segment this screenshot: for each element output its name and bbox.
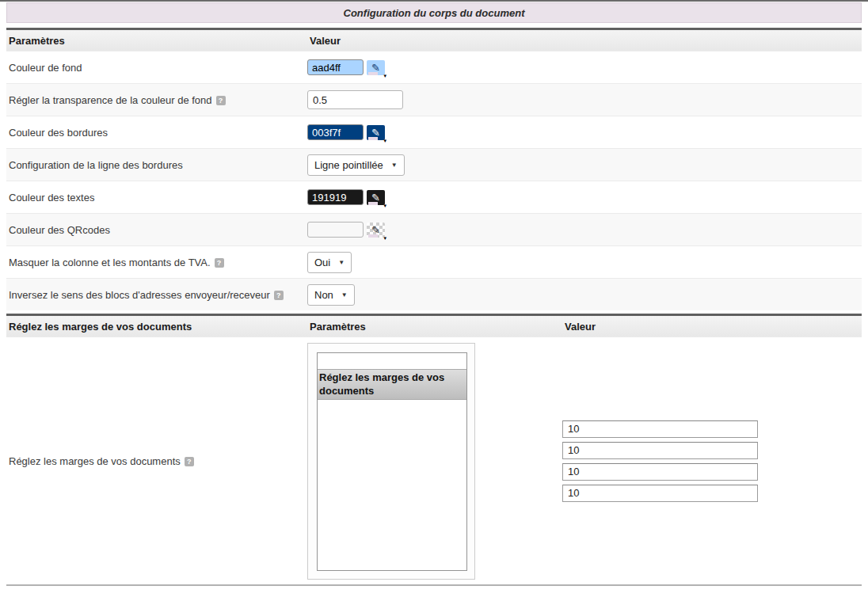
color-picker-button[interactable]: ✎ ▾ [367,223,385,238]
margin-left-input[interactable] [562,485,758,502]
margin-inputs-group [562,420,758,502]
color-swatch-strip [368,137,378,140]
couleur-bordures-input[interactable] [307,124,364,140]
help-icon[interactable]: ? [216,96,226,105]
help-icon[interactable]: ? [185,457,194,466]
caret-down-icon: ▾ [383,235,386,241]
table2-header: Réglez les marges de vos documents Param… [6,314,862,337]
row-label: Masquer la colonne et les montants de TV… [9,257,211,268]
couleur-de-fond-input[interactable] [307,59,364,75]
bottom-divider [6,584,862,586]
marges-listbox[interactable]: Réglez les marges de vos documents [317,352,467,571]
row-label: Réglez les marges de vos documents [9,455,181,467]
row-label: Régler la transparence de la couleur de … [9,94,212,106]
row-label: Couleur des bordures [6,127,307,139]
color-swatch-strip [368,202,378,205]
row-label: Configuration de la ligne des bordures [6,159,307,171]
help-icon[interactable]: ? [215,258,224,268]
row-label: Couleur des textes [6,192,307,204]
select-value: Ligne pointillée [314,159,383,171]
select-value: Oui [314,257,330,268]
row-inversez-adresses: Inversez le sens des blocs d'adresses en… [6,278,862,310]
ligne-bordures-select[interactable]: Ligne pointillée ▼ [307,154,405,176]
color-swatch-strip [368,72,378,75]
row-couleur-textes: Couleur des textes ✎ ▾ [6,181,862,213]
select-value: Non [314,289,333,301]
margin-right-input[interactable] [562,442,758,459]
couleur-textes-input[interactable] [307,189,364,205]
row-label: Couleur des QRcodes [6,224,307,236]
inversez-adresses-select[interactable]: Non ▼ [307,284,355,306]
page-title: Configuration du corps du document [6,2,862,23]
caret-down-icon: ▾ [383,138,386,143]
color-swatch-strip [368,234,378,238]
margin-top-input[interactable] [562,420,758,438]
row-marges-documents: Réglez les marges de vos documents? Régl… [6,337,862,584]
color-picker-button[interactable]: ✎ ▾ [367,60,385,75]
row-masquer-tva: Masquer la colonne et les montants de TV… [6,245,862,278]
help-icon[interactable]: ? [274,291,284,300]
listbox-option-empty[interactable] [318,353,466,369]
masquer-tva-select[interactable]: Oui ▼ [307,252,352,273]
marges-listbox-container: Réglez les marges de vos documents [307,343,475,580]
row-label: Inversez le sens des blocs d'adresses en… [9,289,270,301]
table2-header-valeur: Valeur [562,321,862,333]
table1-header-valeur: Valeur [307,35,862,47]
top-divider [0,0,868,2]
caret-down-icon: ▾ [383,73,386,78]
couleur-qrcodes-input[interactable] [307,222,364,238]
row-couleur-bordures: Couleur des bordures ✎ ▾ [6,116,862,148]
table1-header: Paramètres Valeur [6,28,862,51]
row-transparence: Régler la transparence de la couleur de … [6,83,862,116]
row-ligne-bordures: Configuration de la ligne des bordures L… [6,148,862,181]
listbox-option-selected[interactable]: Réglez les marges de vos documents [318,369,466,400]
margin-bottom-input[interactable] [562,463,758,481]
caret-down-icon: ▼ [341,291,348,299]
row-couleur-qrcodes: Couleur des QRcodes ✎ ▾ [6,213,862,245]
caret-down-icon: ▼ [391,162,398,169]
caret-down-icon: ▾ [383,203,386,208]
color-picker-button[interactable]: ✎ ▾ [367,190,385,205]
settings-page: Configuration du corps du document Param… [6,2,862,586]
table2-header-marges: Réglez les marges de vos documents [6,321,307,333]
row-couleur-de-fond: Couleur de fond ✎ ▾ [6,51,862,83]
table1-header-parametres: Paramètres [6,35,307,47]
transparence-input[interactable] [307,90,403,109]
caret-down-icon: ▼ [338,259,345,266]
color-picker-button[interactable]: ✎ ▾ [367,125,385,140]
table2-header-parametres: Paramètres [307,321,562,333]
row-label: Couleur de fond [6,62,307,74]
